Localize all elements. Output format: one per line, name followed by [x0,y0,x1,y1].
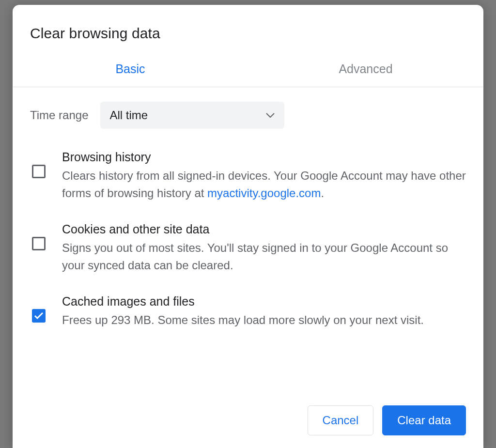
checkbox-cache[interactable] [32,309,46,323]
option-title: Cached images and files [62,294,466,309]
clear-browsing-data-dialog: Clear browsing data Basic Advanced Time … [13,5,483,448]
tab-basic[interactable]: Basic [13,55,248,87]
time-range-select[interactable]: All time [100,102,284,129]
tab-advanced[interactable]: Advanced [248,55,483,87]
time-range-row: Time range All time [30,102,466,129]
dialog-title: Clear browsing data [13,5,483,55]
time-range-value: All time [110,108,148,122]
cancel-button[interactable]: Cancel [308,405,374,435]
option-description: Signs you out of most sites. You'll stay… [62,239,466,274]
dialog-tabs: Basic Advanced [13,55,483,87]
checkbox-browsing-history[interactable] [32,165,46,178]
option-description: Clears history from all signed-in device… [62,167,466,202]
chevron-down-icon [266,111,275,120]
option-title: Cookies and other site data [62,222,466,236]
clear-data-button[interactable]: Clear data [382,405,466,435]
checkbox-cookies[interactable] [32,237,46,250]
option-description: Frees up 293 MB. Some sites may load mor… [62,311,466,329]
dialog-body: Time range All time Browsing history Cle… [13,87,483,329]
myactivity-link[interactable]: myactivity.google.com [207,186,321,200]
option-cookies: Cookies and other site data Signs you ou… [30,222,466,274]
option-browsing-history: Browsing history Clears history from all… [30,150,466,202]
time-range-label: Time range [30,108,89,122]
option-title: Browsing history [62,150,466,164]
dialog-footer: Cancel Clear data [308,405,466,435]
option-cache: Cached images and files Frees up 293 MB.… [30,294,466,329]
